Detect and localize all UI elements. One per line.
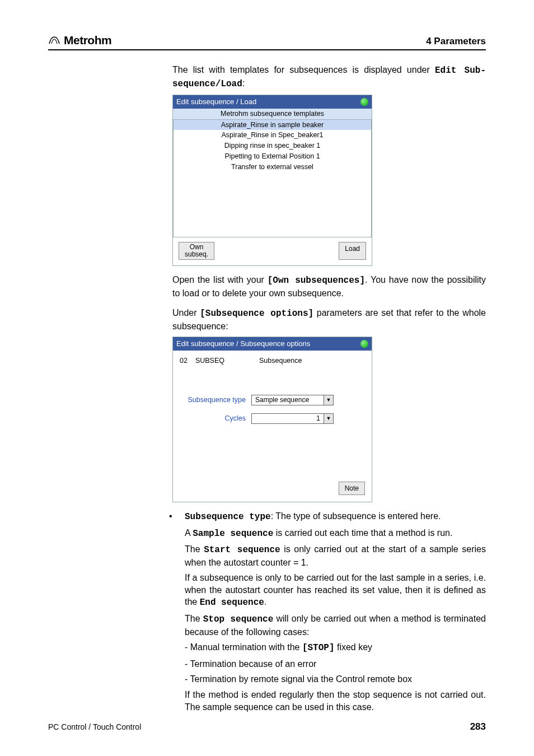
term: Sample sequence: [193, 529, 273, 539]
button-label: subseq.: [185, 250, 208, 258]
field-label: Cycles: [224, 414, 246, 423]
text: A: [185, 528, 193, 538]
own-subseq-button[interactable]: Own subseq.: [179, 242, 214, 260]
list-item[interactable]: Transfer to external vessel: [174, 162, 371, 172]
chapter-title: 4 Parameters: [426, 36, 486, 47]
command-name: Subsequence: [259, 356, 302, 366]
brand-name: Metrohm: [64, 34, 111, 47]
term: Stop sequence: [203, 614, 274, 624]
dialog-title: Edit subsequence / Load: [176, 97, 256, 107]
page-header: Metrohm 4 Parameters: [48, 34, 486, 50]
load-button[interactable]: Load: [339, 242, 366, 260]
term: Subsequence type: [185, 512, 271, 522]
list-item[interactable]: Aspirate_Rinse in sample beaker: [174, 120, 371, 130]
text: .: [264, 597, 266, 606]
brand: Metrohm: [48, 34, 111, 47]
ui-reference: [Own subsequences]: [268, 276, 365, 286]
text: fixed key: [334, 642, 372, 652]
paragraph: The Stop sequence will only be carried o…: [185, 613, 486, 638]
footer-text: PC Control / Touch Control: [48, 722, 141, 731]
note-button[interactable]: Note: [339, 482, 365, 495]
button-label: Own: [190, 243, 204, 251]
text: : The type of subsequence is entered her…: [271, 511, 441, 521]
select-value: 1: [251, 413, 324, 424]
select-value: Sample sequence: [251, 395, 324, 405]
list-item[interactable]: Dipping rinse in spec_beaker 1: [174, 141, 371, 151]
chevron-down-icon: ▼: [324, 395, 334, 405]
list-line: - Termination because of an error: [185, 658, 486, 670]
home-icon[interactable]: [360, 98, 368, 106]
list-header: Metrohm subsequence templates: [173, 109, 372, 120]
text: is carried out each time that a method i…: [273, 528, 452, 538]
subsequence-type-select[interactable]: Sample sequence ▼: [251, 395, 334, 405]
paragraph: Under [Subsequence options] parameters a…: [172, 307, 486, 332]
home-icon[interactable]: [360, 340, 368, 348]
text: - Manual termination with the: [185, 642, 302, 652]
cycles-select[interactable]: 1 ▼: [251, 413, 334, 424]
key-reference: [STOP]: [302, 643, 335, 653]
text: :: [242, 78, 245, 88]
metrohm-logo-icon: [48, 36, 60, 45]
field-label: Subsequence type: [188, 395, 246, 405]
dialog-titlebar: Edit subsequence / Load: [173, 95, 372, 109]
term: End sequence: [200, 598, 264, 608]
command-header: 02 SUBSEQ Subsequence: [180, 356, 365, 366]
term: Start sequence: [204, 545, 280, 555]
chevron-down-icon: ▼: [324, 413, 334, 424]
bullet-item: Subsequence type: The type of subsequenc…: [163, 510, 486, 713]
screenshot-options-dialog: Edit subsequence / Subsequence options 0…: [172, 337, 372, 502]
screenshot-load-dialog: Edit subsequence / Load Metrohm subseque…: [172, 95, 372, 266]
list-line: - Manual termination with the [STOP] fix…: [185, 641, 486, 655]
text: The: [185, 544, 204, 554]
ui-reference: [Subsequence options]: [200, 309, 313, 319]
paragraph: A Sample sequence is carried out each ti…: [185, 527, 486, 540]
intro-paragraph: The list with templates for subsequences…: [172, 64, 486, 90]
text: The list with templates for subsequences…: [172, 65, 435, 74]
paragraph: The Start sequence is only carried out a…: [185, 543, 486, 568]
command-code: SUBSEQ: [195, 356, 224, 366]
paragraph: If a subsequence is only to be carried o…: [185, 572, 486, 609]
dialog-titlebar: Edit subsequence / Subsequence options: [173, 337, 372, 351]
text: Open the list with your: [172, 275, 268, 284]
template-list: Aspirate_Rinse in sample beaker Aspirate…: [173, 120, 372, 237]
paragraph: Open the list with your [Own subsequence…: [172, 274, 486, 299]
page-number: 283: [470, 721, 486, 732]
list-item[interactable]: Aspirate_Rinse in Spec_beaker1: [174, 130, 371, 141]
command-index: 02: [180, 356, 188, 366]
page-footer: PC Control / Touch Control 283: [48, 721, 486, 732]
list-item[interactable]: Pipetting to External Position 1: [174, 151, 371, 162]
text: The: [185, 614, 203, 623]
list-line: - Termination by remote signal via the C…: [185, 673, 486, 685]
paragraph: If the method is ended regularly then th…: [185, 689, 486, 713]
dialog-title: Edit subsequence / Subsequence options: [176, 339, 310, 349]
text: Under: [172, 308, 200, 318]
